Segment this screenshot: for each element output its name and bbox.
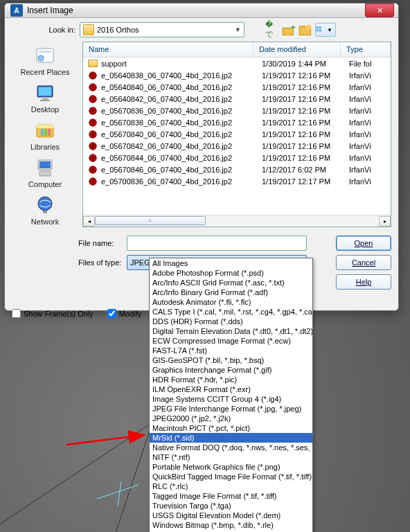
filetype-option[interactable]: DDS (HDR) Format (*.dds) [150,317,312,326]
svg-rect-10 [319,30,321,32]
svg-rect-27 [43,211,47,213]
file-row[interactable]: e_05640838_06_07400_4bd_2016.jp21/19/201… [83,69,391,81]
file-type: IrfanVi [349,95,391,103]
file-row[interactable]: e_05700836_06_07400_4bd_2016.jp21/19/201… [83,175,391,187]
modify-checkbox[interactable]: Modify [107,309,141,318]
place-recent-places[interactable]: Recent Places [14,43,76,78]
jp2-file-icon [87,141,98,152]
folder-icon [83,24,94,35]
svg-rect-7 [317,27,319,29]
places-bar: Recent PlacesDesktopLibrariesComputerNet… [12,42,78,227]
svg-rect-21 [44,129,47,136]
close-button[interactable]: ✕ [365,3,394,17]
file-row[interactable]: e_05640840_06_07400_4bd_2016.jp21/19/201… [83,81,391,93]
svg-rect-19 [37,125,53,128]
filetype-option[interactable]: Arc/Info Binary Grid Format (*.adf) [150,287,312,297]
filetype-option[interactable]: JPEG2000 (*.jp2, *.j2k) [150,414,312,423]
filetype-option[interactable]: USGS Digital Elevation Model (*.dem) [150,511,312,520]
help-button[interactable]: Help [336,274,391,290]
svg-rect-12 [39,51,51,53]
filetype-option[interactable]: Autodesk Animator (*.fli, *.flc) [150,297,312,307]
filetype-option[interactable]: GIS-GeoSPOT (*.bil, *.bip, *.bsq) [150,355,312,365]
file-row[interactable]: e_05670836_06_07400_4bd_2016.jp21/19/201… [83,105,391,116]
chevron-down-icon: ▼ [235,26,241,33]
filetype-option[interactable]: JPEG File Interchange Format (*.jpg, *.j… [150,404,312,414]
filetype-option[interactable]: Windows Bitmap (*.bmp, *.dib, *.rle) [150,520,312,530]
svg-point-26 [38,197,52,211]
new-folder-icon[interactable] [298,23,312,37]
filetype-option[interactable]: FAST-L7A (*.fst) [150,346,312,355]
filetype-dropdown-list[interactable]: All ImagesAdobe Photoshop Format (*.psd)… [149,258,313,532]
scroll-left-arrow[interactable]: ◂ [83,216,95,227]
column-header-type[interactable]: Type [341,42,391,57]
file-name: e_05670840_06_07400_4bd_2016.jp2 [101,130,262,139]
file-row[interactable]: e_05640842_06_07400_4bd_2016.jp21/19/201… [83,93,391,105]
filetype-option[interactable]: Graphics Interchange Format (*.gif) [150,365,312,375]
filetype-option[interactable]: CALS Type I (*.cal, *.mil, *.rst, *.cg4,… [150,307,312,317]
file-row[interactable]: e_05670844_06_07400_4bd_2016.jp21/19/201… [83,152,391,163]
app-icon: A [10,4,23,17]
file-row[interactable]: e_05670840_06_07400_4bd_2016.jp21/19/201… [83,128,391,140]
views-icon[interactable]: ▼ [315,23,336,37]
filetype-option[interactable]: Tagged Image File Format (*.tif, *.tiff) [150,491,312,501]
file-name: e_05670836_06_07400_4bd_2016.jp2 [101,107,262,115]
filetype-option[interactable]: MrSid (*.sid) [150,433,312,443]
place-network[interactable]: Network [14,193,76,227]
filetype-option[interactable]: Native Format DOQ (*.doq, *.nws, *.nes, … [150,443,312,452]
file-name: e_05640842_06_07400_4bd_2016.jp2 [101,95,262,103]
filetype-option[interactable]: Truevision Targa (*.tga) [150,501,312,511]
filetype-option[interactable]: Portable Network Graphics file (*.png) [150,462,312,472]
file-date: 1/19/2017 12:16 PM [262,83,349,91]
place-libraries[interactable]: Libraries [14,118,76,152]
svg-rect-4 [283,28,293,35]
filetype-option[interactable]: Image Systems CCITT Group 4 (*.ig4) [150,394,312,404]
filetype-option[interactable]: RLC (*.rlc) [150,481,312,491]
filetype-option[interactable]: ILM OpenEXR Format (*.exr) [150,384,312,394]
file-row[interactable]: e_05670846_06_07400_4bd_2016.jp21/12/201… [83,163,391,175]
scroll-right-arrow[interactable]: ▸ [379,216,391,227]
svg-rect-25 [39,171,51,176]
file-row[interactable]: e_05670838_06_07400_4bd_2016.jp21/19/201… [83,116,391,128]
column-header-date[interactable]: Date modified [253,42,341,57]
filetype-option[interactable]: QuickBird Tagged Image File Format (*.ti… [150,472,312,481]
filetype-option[interactable]: Adobe Photoshop Format (*.psd) [150,268,312,278]
jp2-file-icon [87,129,98,140]
horizontal-scrollbar[interactable]: ◂ ≡ ▸ [83,215,391,227]
file-name: e_05670838_06_07400_4bd_2016.jp2 [101,118,262,127]
svg-point-6 [306,25,312,30]
file-type: IrfanVi [349,142,391,150]
lookin-label: Look in: [44,26,75,34]
filetype-option[interactable]: Digital Terrain Elevation Data (*.dt0, *… [150,326,312,336]
filetype-option[interactable]: NITF (*.ntf) [150,452,312,462]
scroll-thumb[interactable]: ≡ [95,216,206,225]
open-button[interactable]: Open [336,236,391,251]
filename-input[interactable] [127,236,307,251]
jp2-file-icon [87,82,98,93]
file-date: 1/19/2017 12:16 PM [262,154,349,162]
file-type: IrfanVi [349,107,391,115]
cancel-button[interactable]: Cancel [336,255,391,270]
lookin-combo[interactable]: 2016 Orthos ▼ [80,22,244,37]
place-computer[interactable]: Computer [14,155,76,190]
filetype-option[interactable]: All Images [150,258,312,268]
file-row[interactable]: e_05670842_06_07400_4bd_2016.jp21/19/201… [83,140,391,152]
svg-point-13 [38,55,44,61]
up-one-level-icon[interactable] [282,23,296,37]
filetype-option[interactable]: HDR Format (*.hdr, *.pic) [150,375,312,384]
filetype-option[interactable]: Macintosh PICT (*.pct, *.pict) [150,423,312,433]
svg-rect-9 [317,30,319,32]
file-date: 1/30/2019 1:44 PM [262,60,349,68]
back-icon[interactable]: �で [265,23,279,37]
svg-rect-17 [40,100,50,101]
file-date: 1/19/2017 12:16 PM [262,130,349,139]
file-row[interactable]: support1/30/2019 1:44 PMFile fol [83,57,391,69]
show-frames-checkbox[interactable]: Show Frame(s) Only [12,309,93,318]
column-header-name[interactable]: Name [83,42,253,57]
titlebar[interactable]: A Insert Image ✕ [5,3,398,18]
filetype-option[interactable]: ECW Compressed Image Format (*.ecw) [150,336,312,346]
chevron-down-icon: ▼ [324,23,335,37]
filetype-option[interactable]: Arc/Info ASCII Grid Format (*.asc, *.txt… [150,278,312,287]
file-date: 1/19/2017 12:16 PM [262,95,349,103]
place-desktop[interactable]: Desktop [14,80,76,115]
file-type: IrfanVi [349,166,391,174]
